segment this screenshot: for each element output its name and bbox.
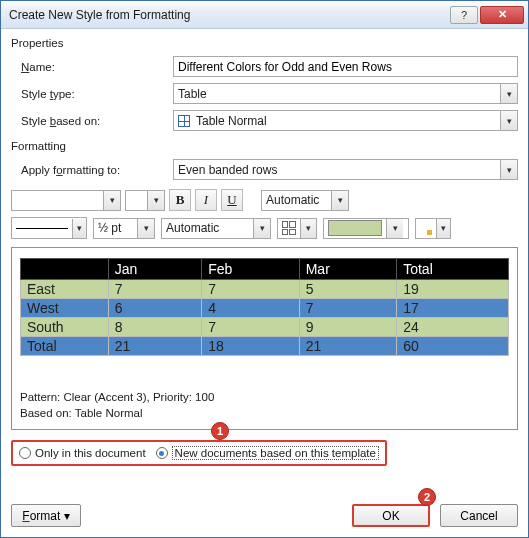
ok-button[interactable]: OK xyxy=(352,504,430,527)
style-preview: Jan Feb Mar Total East77519 West64717 So… xyxy=(11,247,518,430)
properties-group-label: Properties xyxy=(11,37,518,49)
fill-effects-button[interactable]: ▾ xyxy=(415,218,451,239)
formatting-group-label: Formatting xyxy=(11,140,518,152)
borders-button[interactable]: ▾ xyxy=(277,218,317,239)
chevron-down-icon: ▾ xyxy=(72,219,86,238)
title-bar: Create New Style from Formatting ? ✕ xyxy=(1,1,528,29)
table-icon xyxy=(178,115,190,127)
style-based-on-combo[interactable]: Table Normal ▾ xyxy=(173,110,518,131)
radio-icon xyxy=(19,447,31,459)
chevron-down-icon: ▾ xyxy=(500,111,517,130)
annotation-callout-1: 1 xyxy=(211,422,229,440)
border-color-combo[interactable]: Automatic▾ xyxy=(161,218,271,239)
preview-table: Jan Feb Mar Total East77519 West64717 So… xyxy=(20,258,509,356)
table-row: South87924 xyxy=(21,318,509,337)
style-based-on-label: Style based on: xyxy=(11,115,173,127)
table-header xyxy=(21,259,109,280)
chevron-down-icon: ▾ xyxy=(253,219,270,238)
chevron-down-icon: ▾ xyxy=(386,219,403,238)
name-input[interactable] xyxy=(173,56,518,77)
borders-icon xyxy=(282,221,296,235)
border-weight-combo[interactable]: ½ pt▾ xyxy=(93,218,155,239)
table-row: Total21182160 xyxy=(21,337,509,356)
radio-icon xyxy=(156,447,168,459)
radio-new-documents-template[interactable]: New documents based on this template xyxy=(156,446,379,460)
chevron-down-icon: ▾ xyxy=(331,191,348,210)
style-type-combo[interactable]: Table ▾ xyxy=(173,83,518,104)
chevron-down-icon: ▾ xyxy=(137,219,154,238)
font-toolbar: ▾ ▾ B I U Automatic▾ xyxy=(11,189,518,211)
table-row: West64717 xyxy=(21,299,509,318)
table-header: Feb xyxy=(202,259,299,280)
dialog-button-bar: Format ▾ 2 OK Cancel xyxy=(1,496,528,537)
table-row: East77519 xyxy=(21,280,509,299)
border-toolbar: ▾ ½ pt▾ Automatic▾ ▾ ▾ ▾ xyxy=(11,217,518,239)
name-label: Name: xyxy=(11,61,173,73)
radio-only-this-document[interactable]: Only in this document xyxy=(19,447,146,459)
chevron-down-icon: ▾ xyxy=(500,160,517,179)
border-style-combo[interactable]: ▾ xyxy=(11,217,87,239)
table-header: Mar xyxy=(299,259,396,280)
font-size-combo[interactable]: ▾ xyxy=(125,190,165,211)
style-type-label: Style type: xyxy=(11,88,173,100)
cancel-button[interactable]: Cancel xyxy=(440,504,518,527)
close-button[interactable]: ✕ xyxy=(480,6,524,24)
bold-button[interactable]: B xyxy=(169,189,191,211)
window-title: Create New Style from Formatting xyxy=(9,8,448,22)
chevron-down-icon: ▾ xyxy=(147,191,164,210)
table-header: Jan xyxy=(108,259,201,280)
dialog-create-style: Create New Style from Formatting ? ✕ Pro… xyxy=(0,0,529,538)
scope-radio-group: Only in this document New documents base… xyxy=(11,440,387,466)
underline-button[interactable]: U xyxy=(221,189,243,211)
format-menu-button[interactable]: Format ▾ xyxy=(11,504,81,527)
style-description: Pattern: Clear (Accent 3), Priority: 100… xyxy=(20,390,509,421)
shading-swatch-icon xyxy=(328,220,382,236)
dialog-body: Properties Name: Style type: Table ▾ Sty… xyxy=(1,29,528,496)
font-color-combo[interactable]: Automatic▾ xyxy=(261,190,349,211)
chevron-down-icon: ▾ xyxy=(500,84,517,103)
apply-formatting-to-combo[interactable]: Even banded rows ▾ xyxy=(173,159,518,180)
apply-formatting-to-label: Apply formatting to: xyxy=(11,164,173,176)
chevron-down-icon: ▾ xyxy=(436,219,450,238)
chevron-down-icon: ▾ xyxy=(300,219,316,238)
italic-button[interactable]: I xyxy=(195,189,217,211)
fill-bucket-icon xyxy=(420,221,432,235)
annotation-callout-2: 2 xyxy=(418,488,436,506)
help-button[interactable]: ? xyxy=(450,6,478,24)
chevron-down-icon: ▾ xyxy=(103,191,120,210)
table-header: Total xyxy=(397,259,509,280)
shading-color-combo[interactable]: ▾ xyxy=(323,218,409,239)
font-name-combo[interactable]: ▾ xyxy=(11,190,121,211)
